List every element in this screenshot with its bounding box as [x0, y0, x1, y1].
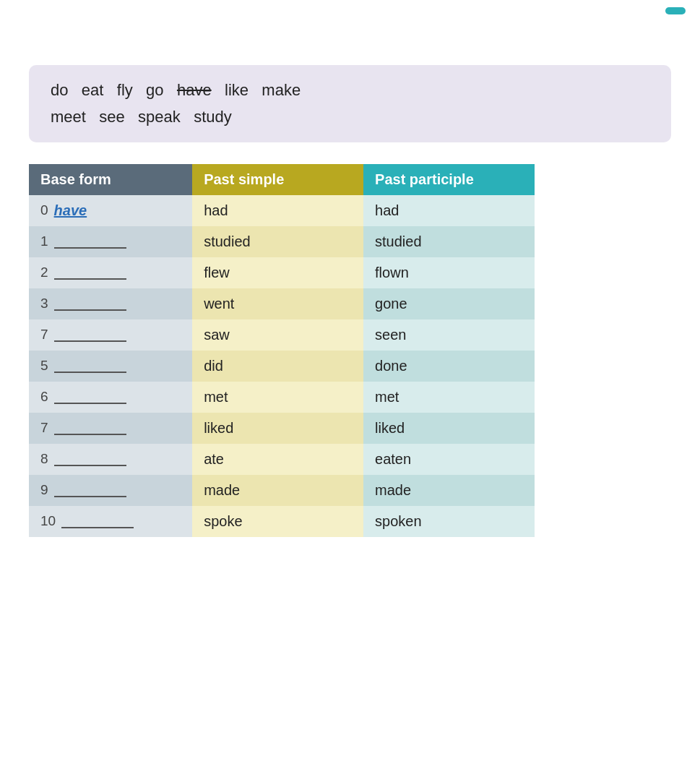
word-see: see [99, 108, 124, 126]
past-participle-cell: met [363, 382, 535, 413]
table-row: 3wentgone [29, 288, 535, 319]
past-simple-cell: made [192, 475, 363, 506]
base-blank [54, 390, 126, 404]
word-bank: do eat fly go have like make meet see sp… [29, 65, 671, 142]
base-form-cell: 1 [29, 226, 192, 257]
table-row: 8ateeaten [29, 444, 535, 475]
row-number: 5 [40, 358, 48, 374]
base-form-cell: 7 [29, 413, 192, 444]
base-blank [54, 327, 126, 342]
word-fly: fly [117, 81, 133, 99]
past-simple-cell: had [192, 195, 363, 226]
word-speak: speak [138, 108, 181, 126]
base-blank [54, 234, 126, 249]
past-participle-cell: made [363, 475, 535, 506]
word-make: make [262, 81, 301, 99]
past-participle-cell: liked [363, 413, 535, 444]
past-participle-cell: flown [363, 257, 535, 288]
row-number: 0 [40, 202, 48, 218]
table-row: 2flewflown [29, 257, 535, 288]
past-simple-cell: spoke [192, 506, 363, 537]
row-number: 2 [40, 265, 48, 280]
past-participle-cell: seen [363, 319, 535, 351]
base-form-cell: 9 [29, 475, 192, 506]
header-past-participle: Past participle [363, 164, 535, 195]
row-number: 9 [40, 482, 48, 498]
table-row: 1studiedstudied [29, 226, 535, 257]
base-form-cell: 7 [29, 319, 192, 351]
row-number: 6 [40, 389, 48, 405]
past-simple-cell: did [192, 351, 363, 382]
base-form-cell: 5 [29, 351, 192, 382]
word-eat: eat [82, 81, 104, 99]
past-simple-cell: went [192, 288, 363, 319]
past-simple-cell: met [192, 382, 363, 413]
past-simple-cell: ate [192, 444, 363, 475]
table-row: 7sawseen [29, 319, 535, 351]
past-simple-cell: saw [192, 319, 363, 351]
base-blank [54, 296, 126, 311]
past-participle-cell: had [363, 195, 535, 226]
row-number: 3 [40, 296, 48, 312]
header-base-form: Base form [29, 164, 192, 195]
table-row: 5diddone [29, 351, 535, 382]
base-blank [54, 359, 126, 373]
word-study: study [194, 108, 232, 126]
past-simple-cell: liked [192, 413, 363, 444]
grammar-notes-badge [665, 7, 686, 14]
row-number: 10 [40, 513, 56, 529]
word-do: do [51, 81, 68, 99]
base-form-cell: 2 [29, 257, 192, 288]
base-form-cell: 6 [29, 382, 192, 413]
row-number: 1 [40, 233, 48, 249]
past-participle-cell: gone [363, 288, 535, 319]
row-number: 8 [40, 451, 48, 467]
base-blank [54, 421, 126, 435]
row-number: 7 [40, 327, 48, 343]
table-row: 10spokespoken [29, 506, 535, 537]
base-form-cell: 0have [29, 195, 192, 226]
past-participle-cell: studied [363, 226, 535, 257]
word-like: like [225, 81, 249, 99]
verb-table: Base form Past simple Past participle 0h… [29, 164, 535, 537]
past-simple-cell: flew [192, 257, 363, 288]
base-blank [54, 483, 126, 497]
word-meet: meet [51, 108, 86, 126]
header-past-simple: Past simple [192, 164, 363, 195]
table-row: 9mademade [29, 475, 535, 506]
past-participle-cell: done [363, 351, 535, 382]
past-simple-cell: studied [192, 226, 363, 257]
base-form-cell: 3 [29, 288, 192, 319]
table-row: 0havehadhad [29, 195, 535, 226]
base-blank [61, 514, 134, 528]
word-go: go [146, 81, 163, 99]
base-form-cell: 8 [29, 444, 192, 475]
base-answer: have [54, 202, 87, 219]
base-blank [54, 265, 126, 280]
row-number: 7 [40, 420, 48, 436]
table-row: 6metmet [29, 382, 535, 413]
past-participle-cell: spoken [363, 506, 535, 537]
word-have: have [177, 81, 212, 99]
table-row: 7likedliked [29, 413, 535, 444]
past-participle-cell: eaten [363, 444, 535, 475]
base-blank [54, 452, 126, 466]
base-form-cell: 10 [29, 506, 192, 537]
